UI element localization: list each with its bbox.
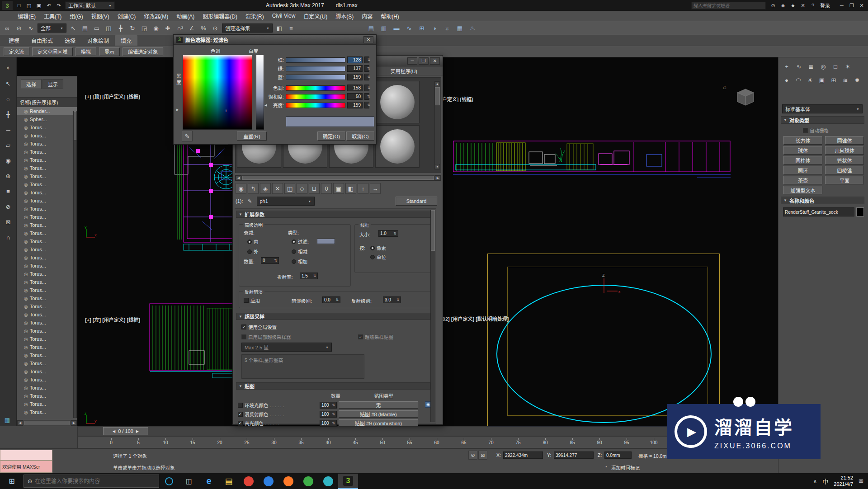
channel-spinner[interactable]: [364, 56, 369, 63]
object-type-button[interactable]: 管状体: [825, 156, 864, 165]
select-cursor-icon[interactable]: ↖: [3, 78, 14, 89]
params-scrollbar[interactable]: [430, 210, 435, 422]
minimize-icon[interactable]: ─: [837, 1, 846, 10]
show-in-viewport-icon[interactable]: ▣: [333, 183, 344, 194]
minimize-icon[interactable]: ─: [407, 57, 417, 65]
scene-object-row[interactable]: ◎ Torus...: [17, 197, 77, 205]
object-type-button[interactable]: 球体: [783, 146, 822, 155]
samples-vertical-scrollbar[interactable]: ▲ ▼: [434, 81, 440, 169]
scene-object-row[interactable]: ◎ Torus...: [17, 392, 77, 400]
map-enable-checkbox[interactable]: ✓: [238, 421, 243, 426]
material-editor-icon[interactable]: ◑: [429, 23, 440, 33]
open-file-icon[interactable]: ◳: [24, 1, 33, 10]
object-name-field[interactable]: RenderStuff_Granite_sock: [783, 207, 854, 216]
search-icon[interactable]: ⊙: [769, 1, 778, 10]
scene-object-row[interactable]: ◎ Torus...: [17, 294, 77, 302]
channel-slider[interactable]: [286, 66, 345, 71]
isolate-selection-icon[interactable]: ⊘: [3, 201, 14, 212]
name-color-rollout[interactable]: ▼名称和颜色: [781, 197, 864, 204]
make-unique-icon[interactable]: ◇: [297, 183, 307, 194]
cancel-button[interactable]: 取消(C): [346, 132, 374, 141]
ribbon-tab[interactable]: 对象绘制: [81, 35, 115, 46]
maximize-icon[interactable]: ❐: [419, 57, 429, 65]
channel-value-field[interactable]: 158: [347, 85, 363, 91]
close-icon[interactable]: ✕: [430, 57, 440, 65]
ribbon-tab[interactable]: 填充: [115, 35, 137, 46]
sample-screen-color-icon[interactable]: ✎: [182, 131, 193, 141]
make-copy-icon[interactable]: ◫: [284, 183, 295, 194]
undo-icon[interactable]: ↶: [44, 1, 53, 10]
map-amount-field[interactable]: 100: [320, 420, 337, 427]
scroll-down-icon[interactable]: ▼: [435, 164, 440, 169]
utilities-tab-icon[interactable]: ✶: [842, 61, 853, 72]
scene-object-row[interactable]: ◎ Torus...: [17, 221, 77, 229]
sampler-dropdown[interactable]: Max 2.5 星: [241, 343, 332, 352]
selection-filter-dropdown[interactable]: 全部: [38, 24, 66, 33]
browser-icon[interactable]: [239, 474, 259, 489]
populate-tool-button[interactable]: 编辑选定对象: [123, 47, 163, 56]
scene-object-row[interactable]: ◎ Torus...: [17, 262, 77, 270]
edge-browser-icon[interactable]: e: [199, 474, 219, 489]
channel-value-field[interactable]: 50: [347, 93, 363, 100]
object-color-swatch[interactable]: [856, 207, 864, 216]
select-and-move-icon[interactable]: ╋: [115, 23, 126, 33]
pick-material-icon[interactable]: ✎: [245, 197, 255, 206]
named-selection-sets-dropdown[interactable]: 创建选择集: [222, 24, 273, 33]
align-tool-icon[interactable]: ≡: [3, 186, 14, 197]
scene-object-row[interactable]: ◎ Torus...: [17, 245, 77, 254]
autogrid-checkbox[interactable]: 自动栅格: [803, 127, 829, 134]
favorites-icon[interactable]: ★: [788, 1, 797, 10]
scene-object-row[interactable]: ◎ Torus...: [17, 278, 77, 286]
soft-selection-icon[interactable]: ◌: [3, 94, 14, 104]
object-type-button[interactable]: 圆锥体: [825, 136, 864, 145]
material-id-icon[interactable]: 0: [321, 183, 332, 194]
layer-explorer-icon[interactable]: ▥: [378, 23, 389, 33]
menu-item[interactable]: 动画(A): [172, 11, 198, 21]
map-button[interactable]: 贴图 #8 (Marble): [339, 410, 418, 418]
channel-slider[interactable]: [286, 103, 345, 108]
hierarchy-tab-icon[interactable]: ≣: [806, 61, 816, 72]
shapes-category-icon[interactable]: ◠: [793, 75, 804, 85]
scene-object-row[interactable]: ◎ Torus...: [17, 156, 77, 164]
scene-object-row[interactable]: ◎ Torus...: [17, 343, 77, 351]
object-type-button[interactable]: 几何球体: [825, 146, 864, 155]
scene-object-row[interactable]: ◎ Torus...: [17, 400, 77, 408]
redo-icon[interactable]: ↷: [54, 1, 63, 10]
hidden-icons-chevron[interactable]: ∧: [813, 478, 817, 484]
scene-object-row[interactable]: ◎ Torus...: [17, 123, 77, 132]
selection-lock-icon[interactable]: ⊠: [478, 451, 487, 460]
menu-item[interactable]: 自定义(U): [299, 11, 331, 21]
filter-color-swatch[interactable]: [317, 239, 335, 244]
material-type-button[interactable]: Standard: [396, 197, 437, 206]
object-type-button[interactable]: 圆环: [783, 166, 822, 174]
supersample-maps-checkbox[interactable]: 超级采样贴图: [358, 334, 393, 340]
workspace-dropdown[interactable]: 工作区: 默认: [65, 1, 115, 9]
use-pivot-point-icon[interactable]: ◉: [151, 23, 161, 33]
hue-blackness-gradient[interactable]: +: [183, 55, 252, 130]
scroll-up-icon[interactable]: ▲: [435, 81, 440, 86]
channel-slider[interactable]: [286, 85, 345, 91]
scene-object-row[interactable]: ◎ Torus...: [17, 270, 77, 278]
start-button[interactable]: ⊞: [0, 474, 24, 489]
channel-spinner[interactable]: [364, 102, 369, 108]
spinner-snap-icon[interactable]: ⊙: [210, 23, 221, 33]
samples-horizontal-scrollbar[interactable]: ◀ ▶: [235, 175, 441, 181]
object-type-button[interactable]: 长方体: [783, 136, 822, 145]
cortana-icon[interactable]: [159, 474, 179, 489]
pivot-center-icon[interactable]: ⌖: [3, 63, 14, 74]
channel-value-field[interactable]: 159: [347, 74, 363, 80]
snap-tool-icon[interactable]: ∩: [3, 232, 14, 243]
scene-object-row[interactable]: ◎ Torus...: [17, 213, 77, 221]
scene-object-row[interactable]: ◎ Torus...: [17, 302, 77, 310]
viewport-grid-icon[interactable]: ▦: [2, 414, 13, 425]
falloff-in-radio[interactable]: 内: [247, 238, 259, 245]
channel-value-field[interactable]: 128: [347, 56, 363, 63]
maximize-icon[interactable]: ❐: [847, 1, 856, 10]
menu-item[interactable]: 视图(V): [87, 11, 113, 21]
select-and-rotate-icon[interactable]: ↻: [127, 23, 138, 33]
get-material-icon[interactable]: ◉: [236, 183, 246, 194]
object-type-button[interactable]: 加强型文本: [783, 186, 822, 194]
reset-map-icon[interactable]: ✕: [272, 183, 283, 194]
z-coordinate-field[interactable]: 0.0mm: [604, 451, 632, 459]
y-coordinate-field[interactable]: 39614.277: [554, 451, 594, 459]
